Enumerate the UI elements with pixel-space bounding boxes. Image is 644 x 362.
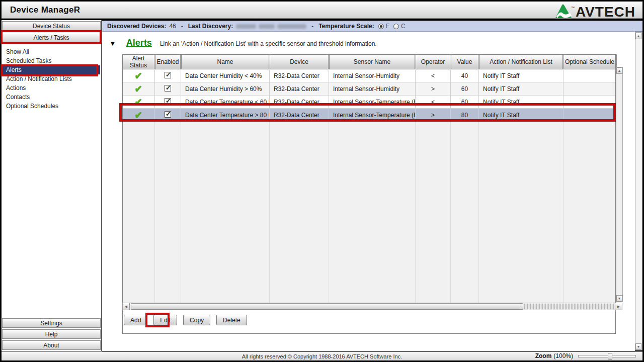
- temperature-scale-label: Temperature Scale:: [318, 23, 374, 30]
- table-header-row: Alert StatusEnabledNameDeviceSensor Name…: [123, 55, 616, 69]
- column-header-name[interactable]: Name: [181, 55, 270, 69]
- table-vscrollbar[interactable]: ▲ ▼: [616, 67, 623, 302]
- scroll-right-arrow[interactable]: ▶: [615, 303, 622, 310]
- page-scroll-down-arrow[interactable]: ▼: [635, 343, 641, 350]
- hscroll-hatch: [524, 304, 615, 309]
- sidebar-button-settings[interactable]: Settings: [2, 318, 101, 328]
- enabled-checkbox[interactable]: [165, 98, 171, 105]
- value-cell: 60: [451, 82, 479, 96]
- app-title: Device ManageR: [2, 5, 80, 15]
- add-button[interactable]: Add: [124, 315, 147, 325]
- alert-status-ok-icon: ✔: [134, 110, 142, 120]
- alerts-table-wrap: Alert StatusEnabledNameDeviceSensor Name…: [122, 54, 622, 305]
- alert-status-ok-icon: ✔: [134, 70, 142, 81]
- sidebar-button-alerts-tasks[interactable]: Alerts / Tasks: [2, 33, 101, 42]
- last-discovery-label: Last Discovery:: [188, 23, 233, 30]
- edit-button[interactable]: Edit: [153, 315, 177, 325]
- optional-schedule-cell: [564, 96, 616, 109]
- column-header-enabled[interactable]: Enabled: [155, 55, 181, 69]
- alerts-section-title[interactable]: Alerts: [126, 38, 152, 48]
- table-row[interactable]: ✔Data Center Humidity > 60%R32-Data Cent…: [123, 82, 616, 96]
- sidebar-button-device-status[interactable]: Device Status: [2, 21, 101, 31]
- action-button-row: AddEditCopyDelete: [124, 315, 247, 325]
- separator-dash: -: [311, 23, 313, 30]
- sidebar-item-actions[interactable]: Actions: [2, 83, 100, 93]
- copy-button[interactable]: Copy: [183, 315, 210, 325]
- action-list-cell: Notify IT Staff: [479, 109, 564, 122]
- optional-schedule-cell: [564, 69, 616, 82]
- title-bar: Device ManageR ™ AVTECH: [2, 2, 642, 19]
- operator-cell: <: [416, 69, 451, 82]
- optional-schedule-cell: [564, 82, 616, 96]
- value-cell: 80: [451, 109, 479, 122]
- hscroll-thumb[interactable]: [131, 303, 523, 310]
- sidebar-item-contacts[interactable]: Contacts: [2, 93, 100, 102]
- alerts-section-description: Link an 'Action / Notification List' wit…: [160, 40, 377, 47]
- table-row[interactable]: ✔Data Center Temperature < 60 FR32-Data …: [123, 96, 616, 109]
- sidebar-item-show-all[interactable]: Show All: [2, 47, 100, 56]
- zoom-label: Zoom: [535, 352, 552, 359]
- column-header-optional-schedule[interactable]: Optional Schedule: [564, 55, 616, 69]
- scroll-up-arrow[interactable]: ▲: [616, 67, 622, 74]
- column-header-alert-status[interactable]: Alert Status: [123, 55, 155, 69]
- enabled-checkbox[interactable]: [165, 85, 171, 92]
- avtech-logo-text: AVTECH: [576, 4, 635, 20]
- action-list-cell: Notify IT Staff: [479, 96, 564, 109]
- page-scroll-up-arrow[interactable]: ▲: [635, 33, 641, 39]
- scroll-down-arrow[interactable]: ▼: [616, 295, 622, 302]
- enabled-checkbox[interactable]: [165, 111, 171, 118]
- sidebar-button-about[interactable]: About: [2, 340, 101, 350]
- column-header-sensor-name[interactable]: Sensor Name: [329, 55, 416, 69]
- sidebar-item-alerts[interactable]: Alerts: [2, 65, 100, 74]
- value-cell: 60: [451, 96, 479, 109]
- info-bar: Discovered Devices: 46 - Last Discovery:…: [102, 21, 642, 32]
- alert-name-cell: Data Center Temperature < 60 F: [181, 96, 270, 109]
- sensor-name-cell: Internal Sensor-Humidity: [329, 69, 416, 82]
- table-row[interactable]: ✔Data Center Temperature > 80 FR32-Data …: [123, 109, 616, 122]
- sidebar-button-help[interactable]: Help: [2, 329, 101, 339]
- alert-status-ok-icon: ✔: [134, 97, 142, 107]
- alert-name-cell: Data Center Humidity < 40%: [181, 69, 270, 82]
- celsius-label: C: [401, 23, 406, 30]
- sidebar-nav: Show AllScheduled TasksAlertsAction / No…: [2, 47, 100, 111]
- discovered-devices-label: Discovered Devices:: [107, 23, 166, 30]
- collapse-triangle-icon[interactable]: ▼: [109, 39, 116, 47]
- sidebar-item-optional-schedules[interactable]: Optional Schedules: [2, 102, 100, 111]
- alert-status-ok-icon: ✔: [134, 83, 142, 94]
- sidebar: Device Status Alerts / Tasks Show AllSch…: [2, 20, 102, 351]
- column-header-operator[interactable]: Operator: [416, 55, 451, 69]
- fahrenheit-label: F: [386, 23, 389, 30]
- discovered-devices-value: 46: [169, 23, 176, 30]
- sensor-name-cell: Internal Sensor-Temperature (F): [329, 109, 416, 122]
- operator-cell: >: [416, 109, 451, 122]
- column-header-value[interactable]: Value: [451, 55, 479, 69]
- table-hscrollbar[interactable]: ◀ ▶: [122, 303, 622, 310]
- zoom-slider[interactable]: [578, 355, 636, 357]
- avtech-logo: ™ AVTECH: [555, 4, 635, 21]
- column-header-device[interactable]: Device: [270, 55, 329, 69]
- sidebar-item-scheduled-tasks[interactable]: Scheduled Tasks: [2, 56, 100, 65]
- page-vscrollbar[interactable]: ▲ ▼: [635, 32, 642, 350]
- scroll-left-arrow[interactable]: ◀: [123, 303, 130, 310]
- separator-dash: -: [181, 23, 183, 30]
- table-row[interactable]: ✔Data Center Humidity < 40%R32-Data Cent…: [123, 69, 616, 82]
- device-cell: R32-Data Center: [270, 96, 329, 109]
- device-cell: R32-Data Center: [270, 69, 329, 82]
- sidebar-item-action-notification-lists[interactable]: Action / Notification Lists: [2, 74, 100, 83]
- operator-cell: <: [416, 96, 451, 109]
- zoom-control: Zoom (100%): [535, 351, 636, 360]
- fahrenheit-radio[interactable]: [378, 24, 384, 29]
- alerts-section-header: ▼ Alerts Link an 'Action / Notification …: [109, 38, 377, 48]
- alerts-table: Alert StatusEnabledNameDeviceSensor Name…: [122, 54, 617, 305]
- zoom-value: (100%): [553, 352, 573, 359]
- celsius-radio[interactable]: [393, 24, 399, 29]
- device-cell: R32-Data Center: [270, 109, 329, 122]
- column-header-action-notification-list[interactable]: Action / Notification List: [479, 55, 564, 69]
- enabled-checkbox[interactable]: [165, 72, 171, 78]
- copyright-text: All rights reserved © Copyright 1988-201…: [242, 353, 403, 359]
- delete-button[interactable]: Delete: [216, 315, 247, 325]
- sensor-name-cell: Internal Sensor-Humidity: [329, 82, 416, 96]
- zoom-slider-thumb[interactable]: [608, 353, 612, 359]
- sensor-name-cell: Internal Sensor-Temperature (F): [329, 96, 416, 109]
- operator-cell: >: [416, 82, 451, 96]
